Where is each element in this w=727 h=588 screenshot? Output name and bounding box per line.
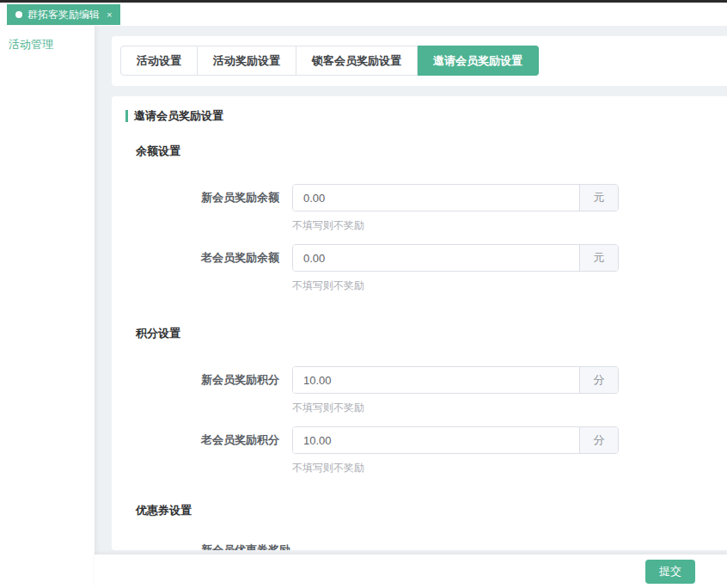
old-member-balance-input[interactable] (293, 245, 579, 271)
footer-bar: 提交 (95, 554, 727, 588)
tab-activity-settings[interactable]: 活动设置 (120, 46, 198, 76)
unit-suffix-yuan: 元 (579, 185, 618, 211)
input-group: 元 (292, 244, 619, 272)
help-text: 不填写则不奖励 (292, 279, 619, 293)
coupon-reward-label: 新会员优惠券奖励 (201, 542, 727, 550)
section-title-coupon: 优惠券设置 (136, 503, 727, 518)
submit-button[interactable]: 提交 (645, 560, 695, 584)
help-text: 不填写则不奖励 (292, 218, 619, 233)
sidebar: 活动管理 (0, 26, 95, 588)
form-row-old-member-points: 老会员奖励积分 分 不填写则不奖励 (201, 426, 727, 475)
card-header: 邀请会员奖励设置 (125, 108, 727, 124)
input-group: 分 (292, 426, 619, 454)
active-dot-icon (15, 11, 22, 18)
tabs-card: 活动设置 活动奖励设置 锁客会员奖励设置 邀请会员奖励设置 (112, 36, 727, 86)
unit-suffix-points: 分 (579, 367, 618, 393)
unit-suffix-yuan: 元 (579, 245, 618, 271)
field-label: 老会员奖励积分 (201, 426, 292, 475)
page-tab-bar: 群拓客奖励编辑 × (0, 3, 727, 26)
field-label: 老会员奖励余额 (201, 244, 292, 293)
section-title-balance: 余额设置 (136, 144, 727, 159)
form-card: 邀请会员奖励设置 余额设置 新会员奖励余额 元 不填写则不奖励 老会员奖励余额 … (112, 96, 727, 550)
help-text: 不填写则不奖励 (292, 401, 619, 415)
old-member-points-input[interactable] (293, 427, 579, 453)
input-group: 元 (292, 184, 619, 211)
form-row-old-member-balance: 老会员奖励余额 元 不填写则不奖励 (201, 244, 727, 293)
tab-invite-member-reward-settings[interactable]: 邀请会员奖励设置 (418, 46, 539, 76)
tab-lock-member-reward-settings[interactable]: 锁客会员奖励设置 (296, 46, 418, 76)
section-title-points: 积分设置 (136, 326, 727, 341)
form-row-new-member-balance: 新会员奖励余额 元 不填写则不奖励 (201, 184, 727, 233)
page-tab-label: 群拓客奖励编辑 (27, 8, 100, 22)
new-member-balance-input[interactable] (293, 185, 579, 211)
card-title: 邀请会员奖励设置 (134, 108, 223, 124)
form-row-new-member-points: 新会员奖励积分 分 不填写则不奖励 (201, 366, 727, 415)
new-member-points-input[interactable] (293, 367, 579, 393)
settings-tab-group: 活动设置 活动奖励设置 锁客会员奖励设置 邀请会员奖励设置 (120, 46, 539, 76)
tab-activity-reward-settings[interactable]: 活动奖励设置 (198, 46, 296, 76)
input-group: 分 (292, 366, 619, 394)
page-tab-active[interactable]: 群拓客奖励编辑 × (7, 4, 120, 25)
field-label: 新会员奖励余额 (201, 184, 292, 233)
unit-suffix-points: 分 (579, 427, 618, 453)
section-accent-bar (125, 110, 128, 122)
close-icon[interactable]: × (107, 9, 112, 20)
field-label: 新会员奖励积分 (201, 366, 292, 415)
help-text: 不填写则不奖励 (292, 461, 619, 475)
sidebar-item-activity-management[interactable]: 活动管理 (0, 26, 95, 64)
